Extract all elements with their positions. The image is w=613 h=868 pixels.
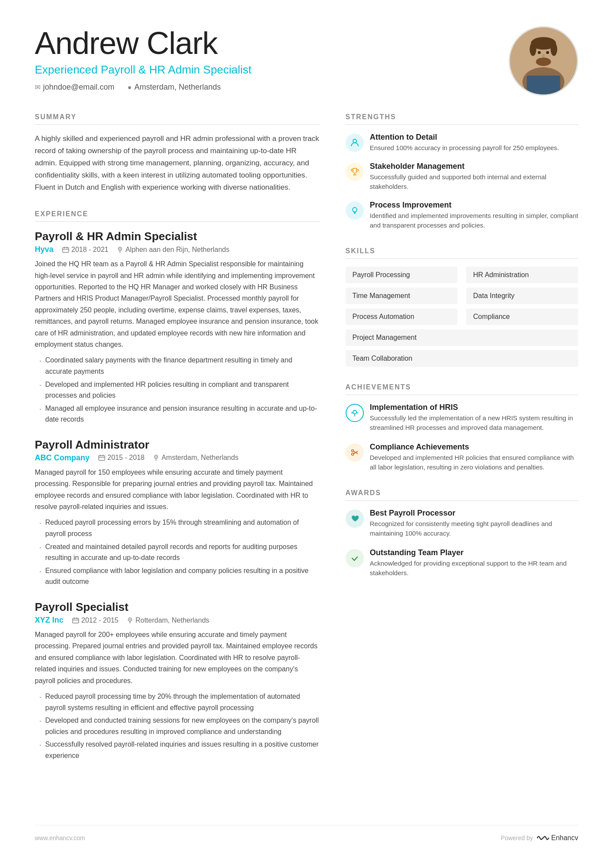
svg-point-30: [353, 208, 357, 212]
achievement-2-desc: Developed and implemented HR policies th…: [370, 453, 579, 473]
hris-icon: [346, 404, 364, 422]
summary-text: A highly skilled and experienced payroll…: [35, 133, 320, 194]
svg-rect-17: [99, 456, 105, 460]
location-icon-job3: [127, 617, 133, 624]
experience-section: EXPERIENCE Payroll & HR Admin Specialist…: [35, 210, 320, 761]
candidate-title: Experienced Payroll & HR Admin Specialis…: [35, 63, 509, 77]
achievement-2-name: Compliance Achievements: [370, 442, 579, 452]
strength-1-desc: Ensured 100% accuracy in processing payr…: [370, 143, 559, 153]
strength-2-name: Stakeholder Management: [370, 162, 579, 171]
svg-point-32: [351, 449, 353, 452]
job-3: Payroll Specialist XYZ Inc 2012 - 2015 R…: [35, 600, 320, 761]
job-2-company: ABC Company: [35, 453, 90, 462]
strength-1: Attention to Detail Ensured 100% accurac…: [346, 133, 579, 153]
calendar-icon-3: [72, 617, 79, 624]
job-1-company: Hyva: [35, 245, 53, 254]
svg-point-16: [120, 248, 121, 249]
job-1-title: Payroll & HR Admin Specialist: [35, 230, 320, 243]
skill-project-mgmt: Project Management: [346, 329, 579, 346]
enhancv-wordmark-icon: [536, 834, 550, 842]
awards-label: AWARDS: [346, 489, 579, 501]
summary-label: SUMMARY: [35, 113, 320, 125]
strength-3-name: Process Improvement: [370, 201, 579, 210]
skill-compliance: Compliance: [466, 308, 578, 325]
email-contact: ✉ johndoe@email.com: [35, 83, 114, 92]
bullet-item: Developed and conducted training session…: [39, 715, 320, 737]
svg-rect-10: [527, 76, 560, 94]
location-icon-job1: [117, 246, 123, 253]
skill-time-mgmt: Time Management: [346, 288, 458, 304]
bullet-item: Developed and implemented HR policies re…: [39, 379, 320, 401]
job-2-desc: Managed payroll for 150 employees while …: [35, 467, 320, 513]
job-2: Payroll Administrator ABC Company 2015 -…: [35, 438, 320, 587]
skill-team-collab: Team Collaboration: [346, 350, 579, 367]
location-contact: ● Amsterdam, Netherlands: [127, 83, 221, 92]
job-1-bullets: Coordinated salary payments with the fin…: [35, 355, 320, 425]
awards-section: AWARDS Best Payroll Processor Recognized…: [346, 489, 579, 578]
bullet-item: Reduced payroll processing errors by 15%…: [39, 517, 320, 539]
svg-point-28: [130, 619, 131, 620]
skills-label: SKILLS: [346, 247, 579, 259]
skill-process-automation: Process Automation: [346, 308, 458, 325]
calendar-icon: [62, 246, 69, 253]
job-3-title: Payroll Specialist: [35, 600, 320, 614]
candidate-name: Andrew Clark: [35, 26, 509, 60]
strength-3-desc: Identified and implemented improvements …: [370, 211, 579, 231]
trophy-icon: [346, 163, 364, 181]
strength-2: Stakeholder Management Successfully guid…: [346, 162, 579, 192]
bullet-item: Ensured compliance with labor legislatio…: [39, 565, 320, 587]
job-1: Payroll & HR Admin Specialist Hyva 2018 …: [35, 230, 320, 425]
strengths-label: STRENGTHS: [346, 113, 579, 125]
achievements-label: ACHIEVEMENTS: [346, 383, 579, 395]
award-1: Best Payroll Processor Recognized for co…: [346, 509, 579, 539]
svg-point-5: [550, 43, 557, 56]
svg-point-22: [156, 456, 157, 458]
experience-label: EXPERIENCE: [35, 210, 320, 222]
svg-point-9: [542, 54, 545, 58]
job-1-desc: Joined the HQ HR team as a Payroll & HR …: [35, 258, 320, 350]
strength-3: Process Improvement Identified and imple…: [346, 201, 579, 231]
skills-section: SKILLS Payroll Processing HR Administrat…: [346, 247, 579, 367]
strengths-section: STRENGTHS Attention to Detail Ensured 10…: [346, 113, 579, 231]
skills-grid: Payroll Processing HR Administration Tim…: [346, 267, 579, 367]
bullet-item: Coordinated salary payments with the fin…: [39, 355, 320, 377]
strength-1-name: Attention to Detail: [370, 133, 559, 142]
job-2-dates: 2015 - 2018: [98, 454, 144, 462]
job-3-bullets: Reduced payroll processing time by 20% t…: [35, 691, 320, 761]
job-3-dates: 2012 - 2015: [72, 617, 118, 624]
bullet-item: Successfully resolved payroll-related in…: [39, 739, 320, 761]
location-icon-job2: [153, 454, 159, 461]
svg-point-29: [353, 139, 356, 143]
svg-point-8: [546, 51, 549, 54]
award-1-name: Best Payroll Processor: [370, 509, 579, 518]
achievement-2: Compliance Achievements Developed and im…: [346, 442, 579, 473]
job-2-location: Amsterdam, Netherlands: [153, 454, 238, 462]
award-1-desc: Recognized for consistently meeting tigh…: [370, 519, 579, 539]
achievement-1-desc: Successfully led the implementation of a…: [370, 413, 579, 433]
job-3-location: Rotterdam, Netherlands: [127, 617, 209, 624]
achievement-1: Implementation of HRIS Successfully led …: [346, 403, 579, 433]
bullet-item: Managed all employee insurance and pensi…: [39, 403, 320, 425]
svg-rect-11: [63, 248, 69, 252]
svg-rect-23: [73, 618, 79, 623]
award-2-name: Outstanding Team Player: [370, 548, 579, 557]
job-3-company: XYZ Inc: [35, 616, 63, 625]
heart-icon: [346, 509, 364, 528]
bullet-item: Reduced payroll processing time by 20% t…: [39, 691, 320, 713]
job-1-location: Alphen aan den Rijn, Netherlands: [117, 246, 229, 254]
svg-point-6: [536, 57, 551, 66]
job-2-title: Payroll Administrator: [35, 438, 320, 452]
achievement-1-name: Implementation of HRIS: [370, 403, 579, 412]
achievements-section: ACHIEVEMENTS Implementation of HRIS Succ…: [346, 383, 579, 473]
compliance-icon: [346, 443, 364, 462]
svg-point-31: [353, 410, 356, 414]
email-icon: ✉: [35, 83, 40, 91]
skill-data-integrity: Data Integrity: [466, 288, 578, 304]
job-1-dates: 2018 - 2021: [62, 246, 108, 254]
award-2: Outstanding Team Player Acknowledged for…: [346, 548, 579, 578]
avatar: [509, 26, 578, 96]
skill-hr-admin: HR Administration: [466, 267, 578, 283]
attention-icon: [346, 134, 364, 152]
bullet-item: Created and maintained detailed payroll …: [39, 541, 320, 563]
enhancv-logo: Enhancv: [536, 834, 578, 842]
